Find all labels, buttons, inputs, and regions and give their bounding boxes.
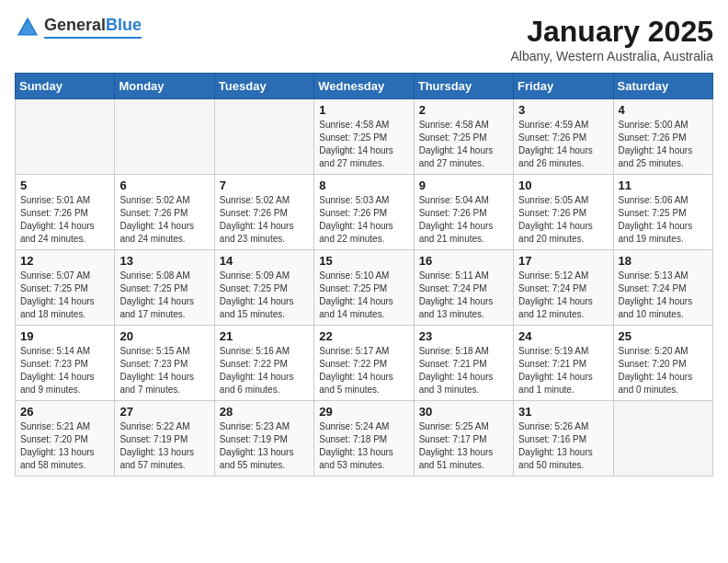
day-info: Sunrise: 5:12 AM Sunset: 7:24 PM Dayligh… [518, 270, 608, 321]
calendar-day-21: 21Sunrise: 5:16 AM Sunset: 7:22 PM Dayli… [214, 326, 313, 401]
day-number: 13 [119, 254, 209, 268]
weekday-header-tuesday: Tuesday [214, 74, 313, 99]
day-info: Sunrise: 5:09 AM Sunset: 7:25 PM Dayligh… [220, 270, 309, 321]
calendar-day-27: 27Sunrise: 5:22 AM Sunset: 7:19 PM Dayli… [115, 401, 214, 477]
logo: GeneralBlue [15, 15, 142, 40]
calendar-day-28: 28Sunrise: 5:23 AM Sunset: 7:19 PM Dayli… [214, 401, 313, 477]
calendar-week-row: 26Sunrise: 5:21 AM Sunset: 7:20 PM Dayli… [16, 401, 713, 477]
day-info: Sunrise: 4:58 AM Sunset: 7:25 PM Dayligh… [419, 119, 508, 170]
page-header: GeneralBlue January 2025 Albany, Western… [15, 15, 713, 63]
weekday-header-wednesday: Wednesday [314, 74, 414, 99]
calendar-empty-cell [214, 99, 313, 175]
calendar-day-29: 29Sunrise: 5:24 AM Sunset: 7:18 PM Dayli… [314, 401, 414, 477]
calendar-day-22: 22Sunrise: 5:17 AM Sunset: 7:22 PM Dayli… [314, 326, 414, 401]
calendar-week-row: 19Sunrise: 5:14 AM Sunset: 7:23 PM Dayli… [16, 326, 713, 401]
logo-icon [15, 15, 40, 40]
day-info: Sunrise: 5:11 AM Sunset: 7:24 PM Dayligh… [419, 270, 508, 321]
day-number: 10 [518, 178, 608, 192]
day-number: 9 [419, 178, 508, 192]
logo-text: GeneralBlue [44, 17, 142, 39]
calendar-day-19: 19Sunrise: 5:14 AM Sunset: 7:23 PM Dayli… [16, 326, 115, 401]
calendar-week-row: 12Sunrise: 5:07 AM Sunset: 7:25 PM Dayli… [16, 250, 713, 326]
day-number: 31 [518, 405, 608, 419]
calendar-day-9: 9Sunrise: 5:04 AM Sunset: 7:26 PM Daylig… [414, 175, 513, 250]
day-number: 21 [220, 329, 309, 343]
day-number: 26 [20, 405, 109, 419]
calendar-day-18: 18Sunrise: 5:13 AM Sunset: 7:24 PM Dayli… [613, 250, 712, 326]
day-number: 16 [419, 254, 508, 268]
calendar-day-11: 11Sunrise: 5:06 AM Sunset: 7:25 PM Dayli… [613, 175, 712, 250]
weekday-header-thursday: Thursday [414, 74, 513, 99]
calendar-day-31: 31Sunrise: 5:26 AM Sunset: 7:16 PM Dayli… [514, 401, 613, 477]
day-info: Sunrise: 5:10 AM Sunset: 7:25 PM Dayligh… [319, 270, 408, 321]
calendar-day-6: 6Sunrise: 5:02 AM Sunset: 7:26 PM Daylig… [115, 175, 214, 250]
calendar-day-24: 24Sunrise: 5:19 AM Sunset: 7:21 PM Dayli… [514, 326, 613, 401]
calendar-day-15: 15Sunrise: 5:10 AM Sunset: 7:25 PM Dayli… [314, 250, 414, 326]
day-number: 22 [319, 329, 408, 343]
day-info: Sunrise: 5:02 AM Sunset: 7:26 PM Dayligh… [220, 194, 309, 246]
month-title: January 2025 [511, 15, 713, 49]
day-number: 8 [319, 178, 408, 192]
day-info: Sunrise: 5:08 AM Sunset: 7:25 PM Dayligh… [119, 270, 209, 321]
day-number: 19 [20, 329, 109, 343]
day-number: 14 [220, 254, 309, 268]
calendar-day-1: 1Sunrise: 4:58 AM Sunset: 7:25 PM Daylig… [314, 99, 414, 175]
weekday-header-saturday: Saturday [613, 74, 712, 99]
calendar-week-row: 5Sunrise: 5:01 AM Sunset: 7:26 PM Daylig… [16, 175, 713, 250]
day-number: 1 [319, 103, 408, 117]
day-number: 6 [119, 178, 209, 192]
calendar-day-13: 13Sunrise: 5:08 AM Sunset: 7:25 PM Dayli… [115, 250, 214, 326]
calendar-empty-cell [16, 99, 115, 175]
calendar-day-23: 23Sunrise: 5:18 AM Sunset: 7:21 PM Dayli… [414, 326, 513, 401]
day-info: Sunrise: 5:04 AM Sunset: 7:26 PM Dayligh… [419, 194, 508, 246]
day-info: Sunrise: 5:16 AM Sunset: 7:22 PM Dayligh… [220, 345, 309, 396]
day-number: 17 [518, 254, 608, 268]
calendar-day-17: 17Sunrise: 5:12 AM Sunset: 7:24 PM Dayli… [514, 250, 613, 326]
calendar-day-25: 25Sunrise: 5:20 AM Sunset: 7:20 PM Dayli… [613, 326, 712, 401]
calendar-day-2: 2Sunrise: 4:58 AM Sunset: 7:25 PM Daylig… [414, 99, 513, 175]
day-info: Sunrise: 5:13 AM Sunset: 7:24 PM Dayligh… [619, 270, 708, 321]
day-number: 25 [619, 329, 708, 343]
logo-blue: Blue [106, 16, 142, 34]
day-number: 27 [119, 405, 209, 419]
day-info: Sunrise: 5:15 AM Sunset: 7:23 PM Dayligh… [119, 345, 209, 396]
day-info: Sunrise: 5:18 AM Sunset: 7:21 PM Dayligh… [419, 345, 508, 396]
day-info: Sunrise: 5:21 AM Sunset: 7:20 PM Dayligh… [20, 420, 109, 472]
calendar-table: SundayMondayTuesdayWednesdayThursdayFrid… [15, 73, 713, 477]
calendar-day-20: 20Sunrise: 5:15 AM Sunset: 7:23 PM Dayli… [115, 326, 214, 401]
day-info: Sunrise: 5:17 AM Sunset: 7:22 PM Dayligh… [319, 345, 408, 396]
day-info: Sunrise: 4:59 AM Sunset: 7:26 PM Dayligh… [518, 119, 608, 170]
day-number: 30 [419, 405, 508, 419]
day-info: Sunrise: 5:22 AM Sunset: 7:19 PM Dayligh… [119, 420, 209, 472]
day-info: Sunrise: 5:02 AM Sunset: 7:26 PM Dayligh… [119, 194, 209, 246]
day-info: Sunrise: 5:14 AM Sunset: 7:23 PM Dayligh… [20, 345, 109, 396]
weekday-header-sunday: Sunday [16, 74, 115, 99]
day-number: 4 [619, 103, 708, 117]
calendar-day-3: 3Sunrise: 4:59 AM Sunset: 7:26 PM Daylig… [514, 99, 613, 175]
day-info: Sunrise: 5:03 AM Sunset: 7:26 PM Dayligh… [319, 194, 408, 246]
calendar-day-7: 7Sunrise: 5:02 AM Sunset: 7:26 PM Daylig… [214, 175, 313, 250]
day-number: 11 [619, 178, 708, 192]
calendar-day-8: 8Sunrise: 5:03 AM Sunset: 7:26 PM Daylig… [314, 175, 414, 250]
day-info: Sunrise: 5:00 AM Sunset: 7:26 PM Dayligh… [619, 119, 708, 170]
day-number: 5 [20, 178, 109, 192]
day-number: 23 [419, 329, 508, 343]
calendar-day-10: 10Sunrise: 5:05 AM Sunset: 7:26 PM Dayli… [514, 175, 613, 250]
day-number: 15 [319, 254, 408, 268]
location: Albany, Western Australia, Australia [511, 49, 713, 63]
calendar-day-4: 4Sunrise: 5:00 AM Sunset: 7:26 PM Daylig… [613, 99, 712, 175]
day-info: Sunrise: 5:23 AM Sunset: 7:19 PM Dayligh… [220, 420, 309, 472]
day-number: 29 [319, 405, 408, 419]
weekday-header-row: SundayMondayTuesdayWednesdayThursdayFrid… [16, 74, 713, 99]
day-number: 28 [220, 405, 309, 419]
day-info: Sunrise: 5:25 AM Sunset: 7:17 PM Dayligh… [419, 420, 508, 472]
day-info: Sunrise: 5:26 AM Sunset: 7:16 PM Dayligh… [518, 420, 608, 472]
day-info: Sunrise: 5:05 AM Sunset: 7:26 PM Dayligh… [518, 194, 608, 246]
day-info: Sunrise: 5:19 AM Sunset: 7:21 PM Dayligh… [518, 345, 608, 396]
day-info: Sunrise: 5:24 AM Sunset: 7:18 PM Dayligh… [319, 420, 408, 472]
day-number: 24 [518, 329, 608, 343]
calendar-empty-cell [613, 401, 712, 477]
calendar-day-12: 12Sunrise: 5:07 AM Sunset: 7:25 PM Dayli… [16, 250, 115, 326]
day-info: Sunrise: 5:20 AM Sunset: 7:20 PM Dayligh… [619, 345, 708, 396]
day-number: 20 [119, 329, 209, 343]
